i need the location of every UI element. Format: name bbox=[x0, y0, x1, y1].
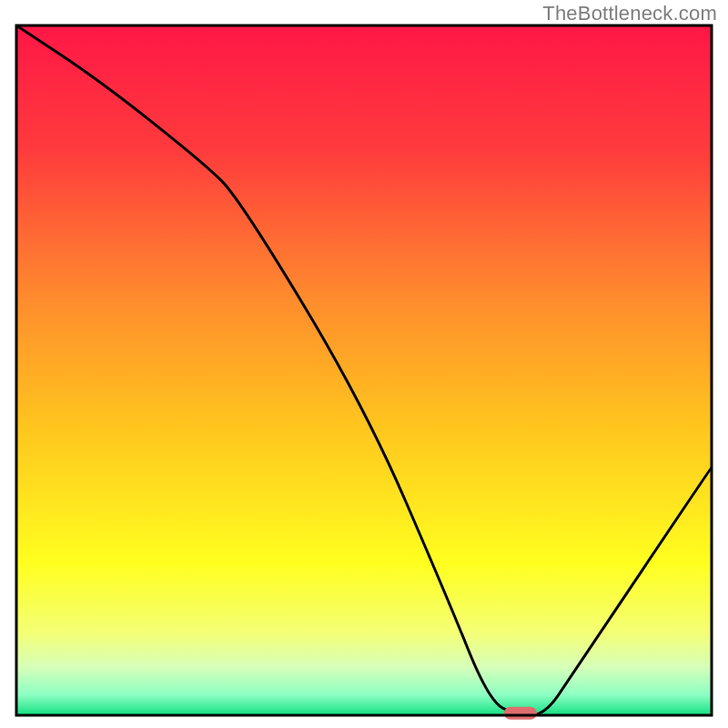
optimum-marker bbox=[504, 707, 537, 720]
gradient-background bbox=[16, 25, 712, 715]
bottleneck-chart bbox=[0, 0, 728, 728]
plot-area bbox=[16, 25, 712, 720]
watermark-text: TheBottleneck.com bbox=[542, 2, 717, 25]
